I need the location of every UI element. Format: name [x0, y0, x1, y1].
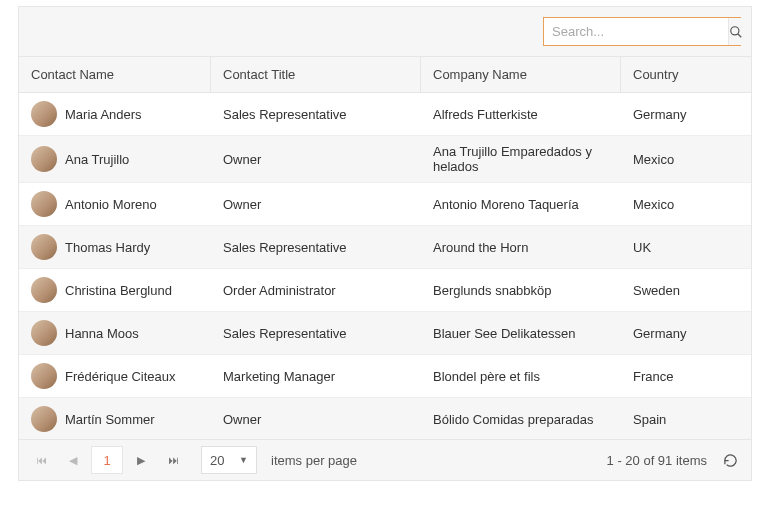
contact-name-text: Maria Anders — [65, 107, 142, 122]
search-button[interactable] — [728, 18, 743, 45]
cell-contact-title: Owner — [211, 404, 421, 435]
table-row[interactable]: Hanna MoosSales RepresentativeBlauer See… — [19, 312, 751, 355]
chevron-left-icon: ◀ — [69, 454, 77, 467]
cell-company-name: Ana Trujillo Emparedados y helados — [421, 136, 621, 182]
cell-contact-name: Martín Sommer — [19, 398, 211, 439]
table-row[interactable]: Frédérique CiteauxMarketing ManagerBlond… — [19, 355, 751, 398]
column-header-country[interactable]: Country — [621, 57, 751, 92]
cell-contact-name: Hanna Moos — [19, 312, 211, 354]
cell-company-name: Around the Horn — [421, 232, 621, 263]
contact-name-text: Martín Sommer — [65, 412, 155, 427]
contact-name-text: Christina Berglund — [65, 283, 172, 298]
pager-controls: ⏮ ◀ 1 ▶ ⏭ 20 ▼ items per page — [27, 446, 357, 474]
refresh-icon — [723, 453, 738, 468]
contact-name-text: Frédérique Citeaux — [65, 369, 176, 384]
svg-point-0 — [731, 26, 739, 34]
cell-contact-title: Sales Representative — [211, 232, 421, 263]
avatar — [31, 191, 57, 217]
cell-contact-title: Owner — [211, 144, 421, 175]
avatar — [31, 234, 57, 260]
cell-company-name: Blondel père et fils — [421, 361, 621, 392]
cell-company-name: Antonio Moreno Taquería — [421, 189, 621, 220]
cell-country: UK — [621, 232, 751, 263]
pager-next-button[interactable]: ▶ — [127, 446, 155, 474]
cell-contact-title: Marketing Manager — [211, 361, 421, 392]
svg-line-1 — [738, 33, 742, 37]
search-box — [543, 17, 741, 46]
contact-name-text: Hanna Moos — [65, 326, 139, 341]
table-row[interactable]: Antonio MorenoOwnerAntonio Moreno Taquer… — [19, 183, 751, 226]
avatar — [31, 101, 57, 127]
cell-company-name: Bólido Comidas preparadas — [421, 404, 621, 435]
cell-contact-name: Frédérique Citeaux — [19, 355, 211, 397]
pager-info: 1 - 20 of 91 items — [607, 453, 707, 468]
table-row[interactable]: Ana TrujilloOwnerAna Trujillo Emparedado… — [19, 136, 751, 183]
cell-contact-name: Thomas Hardy — [19, 226, 211, 268]
column-header-contact-title[interactable]: Contact Title — [211, 57, 421, 92]
table-row[interactable]: Thomas HardySales RepresentativeAround t… — [19, 226, 751, 269]
pager-last-button[interactable]: ⏭ — [159, 446, 187, 474]
table-row[interactable]: Martín SommerOwnerBólido Comidas prepara… — [19, 398, 751, 439]
go-first-icon: ⏮ — [36, 454, 47, 466]
page-size-value: 20 — [210, 453, 224, 468]
page-size-select[interactable]: 20 ▼ — [201, 446, 257, 474]
cell-country: Spain — [621, 404, 751, 435]
column-header-row: Contact Name Contact Title Company Name … — [19, 57, 751, 93]
cell-contact-title: Owner — [211, 189, 421, 220]
cell-contact-name: Ana Trujillo — [19, 138, 211, 180]
data-grid: Contact Name Contact Title Company Name … — [18, 6, 752, 481]
cell-country: Germany — [621, 318, 751, 349]
go-last-icon: ⏭ — [168, 454, 179, 466]
grid-toolbar — [19, 7, 751, 57]
cell-country: France — [621, 361, 751, 392]
cell-company-name: Blauer See Delikatessen — [421, 318, 621, 349]
cell-country: Mexico — [621, 189, 751, 220]
avatar — [31, 146, 57, 172]
caret-down-icon: ▼ — [239, 455, 248, 465]
pager-current-page[interactable]: 1 — [91, 446, 123, 474]
grid-body: Maria AndersSales RepresentativeAlfreds … — [19, 93, 751, 439]
search-input[interactable] — [544, 18, 728, 45]
cell-country: Germany — [621, 99, 751, 130]
cell-company-name: Berglunds snabbköp — [421, 275, 621, 306]
pager: ⏮ ◀ 1 ▶ ⏭ 20 ▼ items per page 1 - 20 of … — [19, 439, 751, 480]
avatar — [31, 277, 57, 303]
column-header-company-name[interactable]: Company Name — [421, 57, 621, 92]
pager-prev-button[interactable]: ◀ — [59, 446, 87, 474]
cell-contact-title: Sales Representative — [211, 318, 421, 349]
cell-country: Mexico — [621, 144, 751, 175]
avatar — [31, 320, 57, 346]
table-row[interactable]: Maria AndersSales RepresentativeAlfreds … — [19, 93, 751, 136]
contact-name-text: Thomas Hardy — [65, 240, 150, 255]
contact-name-text: Ana Trujillo — [65, 152, 129, 167]
column-header-contact-name[interactable]: Contact Name — [19, 57, 211, 92]
pager-first-button[interactable]: ⏮ — [27, 446, 55, 474]
avatar — [31, 363, 57, 389]
table-row[interactable]: Christina BerglundOrder AdministratorBer… — [19, 269, 751, 312]
refresh-button[interactable] — [717, 447, 743, 473]
cell-contact-name: Christina Berglund — [19, 269, 211, 311]
cell-company-name: Alfreds Futterkiste — [421, 99, 621, 130]
contact-name-text: Antonio Moreno — [65, 197, 157, 212]
cell-contact-title: Sales Representative — [211, 99, 421, 130]
avatar — [31, 406, 57, 432]
items-per-page-label: items per page — [271, 453, 357, 468]
cell-contact-name: Maria Anders — [19, 93, 211, 135]
search-icon — [729, 25, 743, 39]
cell-country: Sweden — [621, 275, 751, 306]
cell-contact-name: Antonio Moreno — [19, 183, 211, 225]
chevron-right-icon: ▶ — [137, 454, 145, 467]
cell-contact-title: Order Administrator — [211, 275, 421, 306]
